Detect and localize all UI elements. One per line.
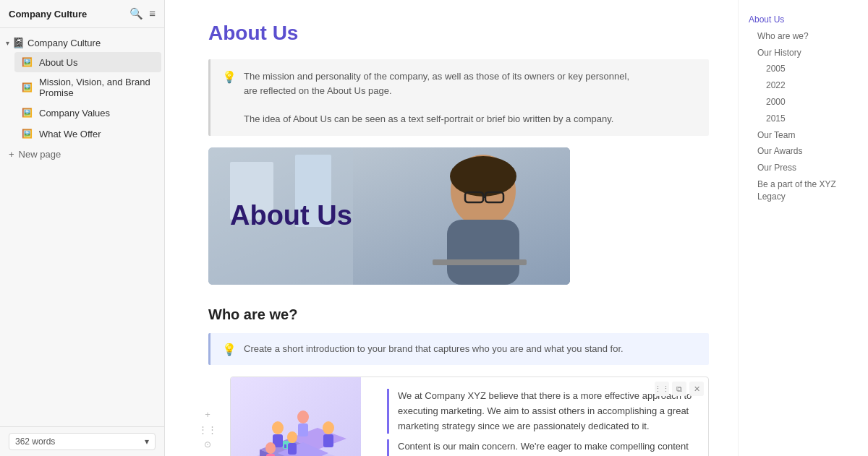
new-page-button[interactable]: + New page	[0, 145, 164, 164]
svg-rect-7	[433, 259, 527, 265]
sidebar-title: Company Culture	[9, 9, 87, 20]
drag-handle-icon[interactable]: ⋮⋮	[198, 424, 217, 435]
sidebar-item-label: What We Offer	[39, 129, 101, 139]
sidebar-item-label: Company Values	[39, 108, 110, 119]
sidebar: Company Culture 🔍 ≡ ▾ 📓 Company Culture …	[0, 0, 165, 456]
tree-root-label: Company Culture	[27, 38, 101, 48]
toc-item-2022[interactable]: 2022	[749, 77, 858, 94]
sidebar-item-label: Mission, Vision, and Brand Promise	[39, 77, 156, 98]
toc-item-2015[interactable]: 2015	[749, 111, 858, 127]
svg-point-20	[323, 421, 334, 434]
sidebar-item-offer[interactable]: 🖼️ What We Offer	[14, 124, 161, 144]
new-page-label: New page	[19, 149, 61, 160]
offer-icon: 🖼️	[20, 127, 33, 140]
callout-text-line2: are reflected on the About Us page.	[244, 85, 392, 96]
svg-point-16	[272, 421, 284, 434]
hero-image-text: About Us	[230, 201, 352, 231]
toc-item-press[interactable]: Our Press	[749, 160, 858, 176]
svg-rect-6	[447, 220, 519, 285]
svg-point-30	[287, 431, 297, 443]
chevron-icon: ▾	[6, 39, 9, 47]
sidebar-header-icons: 🔍 ≡	[129, 7, 156, 20]
paragraph-1-wrapper: We at Company XYZ believe that there is …	[387, 389, 697, 434]
mission-icon: 🖼️	[20, 81, 33, 94]
copy-icon[interactable]: ⧉	[672, 382, 686, 396]
callout-text-line1: The mission and personality of the compa…	[244, 71, 629, 82]
callout-box-2: 💡 Create a short introduction to your br…	[208, 333, 709, 365]
toc-item-2005[interactable]: 2005	[749, 61, 858, 77]
content-block: ⋮⋮ ⧉ ✕	[230, 377, 709, 456]
callout-text-line3: The idea of About Us can be seen as a te…	[244, 113, 613, 124]
sidebar-item-values[interactable]: 🖼️ Company Values	[14, 103, 161, 123]
callout-text-1: The mission and personality of the compa…	[244, 69, 629, 126]
menu-icon[interactable]: ≡	[149, 7, 156, 20]
chevron-down-icon: ▾	[145, 436, 149, 447]
who-callout-text: Create a short introduction to your bran…	[244, 342, 624, 356]
svg-rect-23	[284, 444, 286, 448]
block-tools: ⋮⋮ ⧉ ✕	[655, 382, 704, 396]
toc-item-awards[interactable]: Our Awards	[749, 143, 858, 160]
paragraph-2: Content is our main concern. We're eager…	[398, 439, 697, 456]
svg-point-5	[450, 156, 516, 197]
tree-root[interactable]: ▾ 📓 Company Culture	[0, 34, 164, 51]
toc-item-about-us[interactable]: About Us	[749, 12, 858, 28]
plus-icon: +	[9, 149, 14, 160]
sidebar-tree: ▾ 📓 Company Culture 🖼️ About Us 🖼️ Missi…	[0, 28, 164, 426]
toc-item-legacy[interactable]: Be a part of the XYZ Legacy	[749, 176, 858, 205]
word-count-bar[interactable]: 362 words ▾	[9, 433, 156, 450]
sidebar-item-label: About Us	[39, 57, 77, 68]
notebook-icon: 📓	[12, 37, 25, 48]
table-of-contents: About Us Who are we? Our History 2005 20…	[738, 0, 868, 456]
svg-point-28	[265, 442, 276, 454]
search-icon[interactable]: 🔍	[129, 7, 143, 20]
sidebar-item-about-us[interactable]: 🖼️ About Us	[14, 52, 161, 72]
delete-icon[interactable]: ✕	[689, 382, 704, 396]
svg-rect-31	[288, 443, 297, 455]
block-side-controls: + ⋮⋮ ⊙ +	[198, 409, 217, 456]
callout-box-1: 💡 The mission and personality of the com…	[208, 59, 709, 136]
sidebar-header: Company Culture 🔍 ≡	[0, 0, 164, 28]
about-us-icon: 🖼️	[20, 56, 33, 69]
sidebar-item-mission[interactable]: 🖼️ Mission, Vision, and Brand Promise	[14, 73, 161, 102]
content-block-wrapper: + ⋮⋮ ⊙ + ⋮⋮ ⧉ ✕	[230, 377, 709, 456]
page-title: About Us	[208, 22, 709, 45]
team-illustration-box	[231, 377, 361, 456]
team-illustration-svg	[238, 384, 354, 456]
who-section-title: Who are we?	[208, 306, 709, 323]
sidebar-footer: 362 words ▾	[0, 426, 164, 456]
svg-point-18	[297, 410, 309, 423]
paragraph-2-wrapper: Content is our main concern. We're eager…	[387, 439, 697, 456]
word-count: 362 words	[15, 436, 55, 447]
drag-icon[interactable]: ⋮⋮	[655, 382, 669, 396]
paragraph-1: We at Company XYZ believe that there is …	[398, 389, 697, 434]
toc-item-history[interactable]: Our History	[749, 45, 858, 61]
main-content: About Us 💡 The mission and personality o…	[165, 0, 738, 456]
lightbulb-icon-2: 💡	[222, 343, 237, 356]
lightbulb-icon: 💡	[222, 70, 237, 84]
tree-children: 🖼️ About Us 🖼️ Mission, Vision, and Bran…	[0, 52, 164, 144]
toc-item-2000[interactable]: 2000	[749, 94, 858, 111]
hero-image: About Us	[208, 147, 570, 285]
svg-rect-21	[323, 434, 333, 447]
add-block-icon[interactable]: +	[205, 409, 210, 420]
toc-item-team[interactable]: Our Team	[749, 127, 858, 144]
settings-block-icon[interactable]: ⊙	[204, 439, 211, 449]
toc-item-who[interactable]: Who are we?	[749, 28, 858, 45]
svg-rect-19	[298, 423, 308, 436]
values-icon: 🖼️	[20, 106, 33, 119]
